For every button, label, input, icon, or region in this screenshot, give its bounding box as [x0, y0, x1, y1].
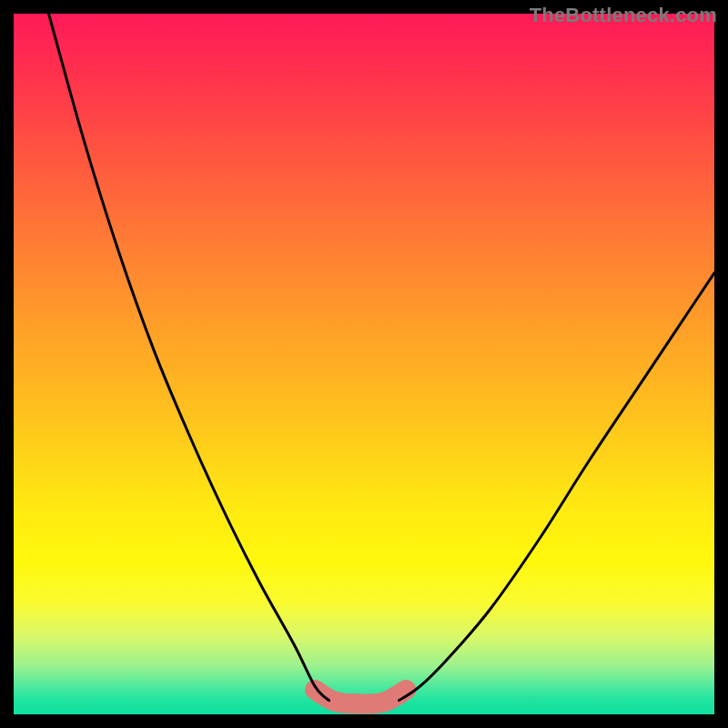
minimum-band — [315, 690, 406, 703]
chart-svg — [14, 14, 714, 714]
watermark-text: TheBottleneck.com — [530, 4, 717, 27]
plot-area — [14, 14, 714, 714]
right-curve — [399, 273, 715, 701]
left-curve — [49, 14, 329, 701]
chart-container: TheBottleneck.com — [0, 0, 728, 728]
